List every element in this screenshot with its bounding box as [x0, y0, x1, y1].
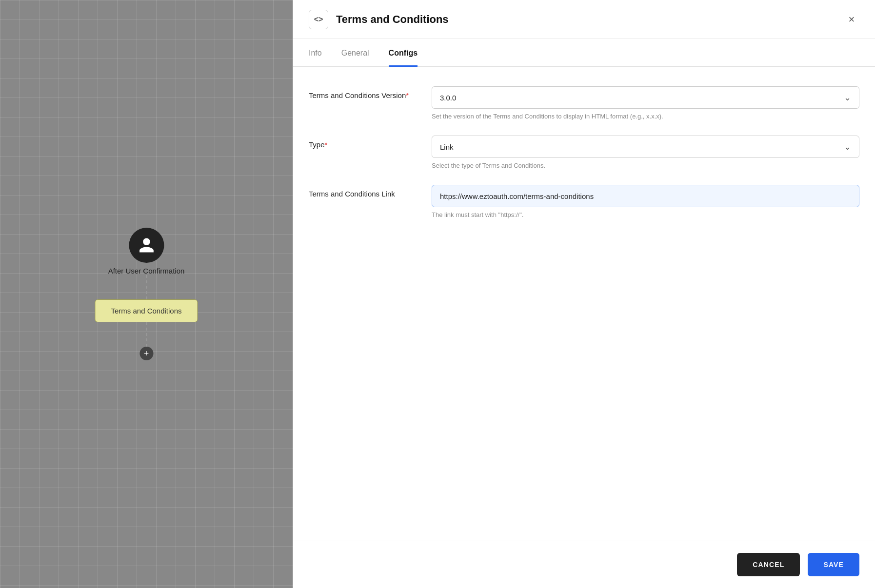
terms-node-label: Terms and Conditions [111, 307, 181, 315]
canvas-background: After User Confirmation Terms and Condit… [0, 0, 293, 588]
user-label: After User Confirmation [108, 267, 185, 275]
version-helper: Set the version of the Terms and Conditi… [432, 113, 859, 120]
panel-body: Terms and Conditions Version* 3.0.0 ⌄ Se… [293, 67, 875, 541]
type-dropdown[interactable]: Link ⌄ [432, 136, 859, 158]
link-label: Terms and Conditions Link [309, 185, 416, 198]
canvas-content: After User Confirmation Terms and Condit… [95, 228, 198, 360]
link-row: Terms and Conditions Link The link must … [309, 185, 859, 218]
panel-header: <> Terms and Conditions × [293, 0, 875, 39]
version-dropdown[interactable]: 3.0.0 ⌄ [432, 86, 859, 109]
connector-top [146, 275, 147, 299]
type-helper: Select the type of Terms and Conditions. [432, 162, 859, 169]
link-input[interactable] [432, 185, 859, 207]
tab-bar: Info General Configs [293, 39, 875, 67]
side-panel: <> Terms and Conditions × Info General C… [293, 0, 875, 588]
type-value: Link [440, 143, 454, 151]
close-button[interactable]: × [844, 12, 859, 27]
add-icon: + [144, 349, 149, 358]
type-row: Type* Link ⌄ Select the type of Terms an… [309, 136, 859, 169]
chevron-down-icon: ⌄ [844, 141, 851, 152]
version-row: Terms and Conditions Version* 3.0.0 ⌄ Se… [309, 86, 859, 120]
tab-general[interactable]: General [341, 39, 369, 67]
save-button[interactable]: SAVE [808, 553, 859, 576]
panel-footer: CANCEL SAVE [293, 541, 875, 588]
add-node-button[interactable]: + [139, 347, 153, 360]
chevron-down-icon: ⌄ [844, 92, 851, 103]
user-node: After User Confirmation [108, 228, 185, 275]
user-icon [138, 236, 155, 254]
panel-title: Terms and Conditions [336, 13, 449, 26]
type-field: Link ⌄ Select the type of Terms and Cond… [432, 136, 859, 169]
link-helper: The link must start with "https://". [432, 211, 859, 218]
connector-bottom [146, 322, 147, 347]
terms-node[interactable]: Terms and Conditions [95, 299, 198, 322]
avatar [129, 228, 164, 263]
tab-configs[interactable]: Configs [389, 39, 418, 67]
version-label: Terms and Conditions Version* [309, 86, 416, 99]
type-label: Type* [309, 136, 416, 149]
code-icon: <> [309, 10, 328, 29]
cancel-button[interactable]: CANCEL [737, 553, 800, 576]
version-value: 3.0.0 [440, 94, 456, 102]
panel-header-left: <> Terms and Conditions [309, 10, 449, 29]
link-field: The link must start with "https://". [432, 185, 859, 218]
version-field: 3.0.0 ⌄ Set the version of the Terms and… [432, 86, 859, 120]
tab-info[interactable]: Info [309, 39, 322, 67]
